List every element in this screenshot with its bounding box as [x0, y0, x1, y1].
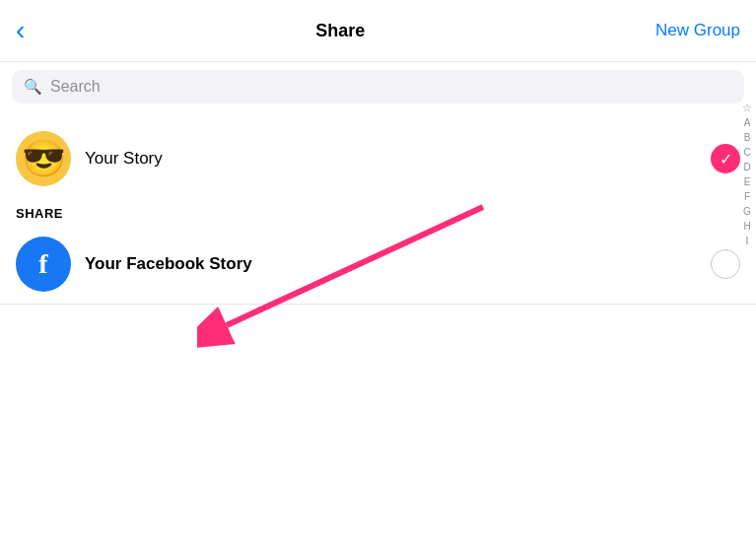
index-i[interactable]: I	[746, 236, 749, 247]
facebook-icon: f	[16, 237, 71, 292]
share-section-header: SHARE	[0, 198, 756, 225]
index-f[interactable]: F	[744, 191, 750, 203]
index-b[interactable]: B	[744, 132, 751, 144]
index-a[interactable]: A	[744, 117, 751, 129]
facebook-story-row[interactable]: f Your Facebook Story	[0, 225, 756, 305]
search-input[interactable]: Search	[50, 78, 101, 96]
index-g[interactable]: G	[743, 206, 751, 218]
list-area: 😎 Your Story ✓ SHARE f Your Facebook Sto…	[0, 111, 756, 305]
search-bar[interactable]: 🔍 Search	[12, 70, 744, 103]
facebook-story-unselected-indicator	[711, 249, 740, 279]
your-story-row[interactable]: 😎 Your Story ✓	[0, 119, 756, 198]
search-icon: 🔍	[24, 78, 42, 96]
facebook-story-label: Your Facebook Story	[85, 254, 252, 274]
page-title: Share	[315, 21, 365, 41]
index-c[interactable]: C	[743, 147, 750, 159]
your-story-label: Your Story	[85, 149, 163, 169]
index-e[interactable]: E	[744, 176, 751, 188]
index-star[interactable]: ☆	[742, 102, 752, 114]
your-story-avatar: 😎	[16, 131, 71, 186]
header: ‹ Share New Group	[0, 0, 756, 62]
new-group-button[interactable]: New Group	[655, 21, 740, 40]
alphabetical-index: ☆ A B C D E F G H I	[738, 62, 756, 247]
index-d[interactable]: D	[743, 162, 750, 173]
your-story-selected-indicator: ✓	[711, 144, 740, 173]
index-h[interactable]: H	[743, 221, 750, 233]
facebook-f-letter: f	[38, 248, 47, 280]
back-button[interactable]: ‹	[16, 17, 25, 44]
checkmark-icon: ✓	[720, 150, 732, 169]
